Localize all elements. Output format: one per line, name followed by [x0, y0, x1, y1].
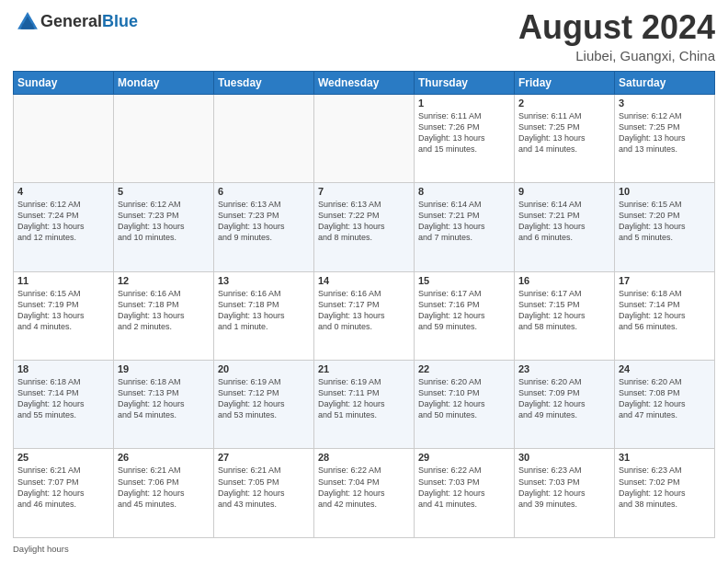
calendar-week-0: 1Sunrise: 6:11 AM Sunset: 7:26 PM Daylig… [14, 94, 715, 182]
day-info: Sunrise: 6:18 AM Sunset: 7:13 PM Dayligh… [118, 376, 210, 421]
weekday-header-thursday: Thursday [415, 71, 515, 94]
calendar-cell [114, 94, 214, 182]
logo-text: GeneralBlue [40, 13, 138, 31]
day-number: 5 [118, 186, 210, 197]
weekday-header-row: SundayMondayTuesdayWednesdayThursdayFrid… [14, 71, 715, 94]
day-info: Sunrise: 6:11 AM Sunset: 7:26 PM Dayligh… [418, 110, 510, 155]
day-info: Sunrise: 6:13 AM Sunset: 7:23 PM Dayligh… [218, 199, 310, 244]
title-area: August 2024 Liubei, Guangxi, China [518, 9, 715, 63]
day-number: 26 [118, 452, 210, 463]
calendar-cell: 15Sunrise: 6:17 AM Sunset: 7:16 PM Dayli… [415, 271, 515, 360]
day-number: 6 [218, 186, 310, 197]
calendar-cell: 21Sunrise: 6:19 AM Sunset: 7:11 PM Dayli… [314, 361, 415, 449]
day-info: Sunrise: 6:15 AM Sunset: 7:19 PM Dayligh… [17, 288, 109, 333]
day-info: Sunrise: 6:21 AM Sunset: 7:06 PM Dayligh… [118, 465, 210, 510]
day-number: 22 [418, 363, 510, 374]
day-info: Sunrise: 6:11 AM Sunset: 7:25 PM Dayligh… [518, 110, 610, 155]
day-info: Sunrise: 6:21 AM Sunset: 7:05 PM Dayligh… [218, 465, 310, 510]
day-number: 28 [318, 452, 410, 463]
calendar-cell: 25Sunrise: 6:21 AM Sunset: 7:07 PM Dayli… [14, 449, 114, 538]
logo-area: GeneralBlue [13, 9, 138, 35]
day-number: 14 [318, 275, 410, 286]
day-number: 8 [418, 186, 510, 197]
day-info: Sunrise: 6:12 AM Sunset: 7:23 PM Dayligh… [118, 199, 210, 244]
day-number: 9 [518, 186, 610, 197]
day-info: Sunrise: 6:12 AM Sunset: 7:24 PM Dayligh… [17, 199, 109, 244]
calendar-week-1: 4Sunrise: 6:12 AM Sunset: 7:24 PM Daylig… [14, 183, 715, 271]
day-number: 17 [619, 275, 711, 286]
calendar-cell: 29Sunrise: 6:22 AM Sunset: 7:03 PM Dayli… [415, 449, 515, 538]
calendar-cell: 31Sunrise: 6:23 AM Sunset: 7:02 PM Dayli… [615, 449, 715, 538]
day-info: Sunrise: 6:20 AM Sunset: 7:09 PM Dayligh… [518, 376, 610, 421]
day-number: 1 [418, 98, 510, 109]
calendar-cell: 18Sunrise: 6:18 AM Sunset: 7:14 PM Dayli… [14, 361, 114, 449]
day-info: Sunrise: 6:23 AM Sunset: 7:03 PM Dayligh… [518, 465, 610, 510]
day-info: Sunrise: 6:19 AM Sunset: 7:12 PM Dayligh… [218, 376, 310, 421]
calendar-cell: 23Sunrise: 6:20 AM Sunset: 7:09 PM Dayli… [515, 361, 615, 449]
calendar-cell: 9Sunrise: 6:14 AM Sunset: 7:21 PM Daylig… [515, 183, 615, 271]
page: GeneralBlue August 2024 Liubei, Guangxi,… [0, 0, 728, 563]
calendar-cell: 14Sunrise: 6:16 AM Sunset: 7:17 PM Dayli… [314, 271, 415, 360]
calendar-cell: 20Sunrise: 6:19 AM Sunset: 7:12 PM Dayli… [214, 361, 314, 449]
calendar-cell: 30Sunrise: 6:23 AM Sunset: 7:03 PM Dayli… [515, 449, 615, 538]
logo-blue: Blue [102, 12, 138, 30]
calendar-cell: 11Sunrise: 6:15 AM Sunset: 7:19 PM Dayli… [14, 271, 114, 360]
day-number: 20 [218, 363, 310, 374]
calendar-cell: 13Sunrise: 6:16 AM Sunset: 7:18 PM Dayli… [214, 271, 314, 360]
day-number: 11 [17, 275, 109, 286]
calendar-week-3: 18Sunrise: 6:18 AM Sunset: 7:14 PM Dayli… [14, 361, 715, 449]
day-info: Sunrise: 6:13 AM Sunset: 7:22 PM Dayligh… [318, 199, 410, 244]
day-info: Sunrise: 6:17 AM Sunset: 7:16 PM Dayligh… [418, 288, 510, 333]
header: GeneralBlue August 2024 Liubei, Guangxi,… [13, 9, 715, 63]
day-number: 24 [619, 363, 711, 374]
day-info: Sunrise: 6:18 AM Sunset: 7:14 PM Dayligh… [17, 376, 109, 421]
day-info: Sunrise: 6:22 AM Sunset: 7:04 PM Dayligh… [318, 465, 410, 510]
day-number: 23 [518, 363, 610, 374]
generalblue-logo-icon [15, 9, 40, 35]
day-number: 3 [619, 98, 711, 109]
day-info: Sunrise: 6:16 AM Sunset: 7:17 PM Dayligh… [318, 288, 410, 333]
svg-rect-2 [22, 24, 33, 29]
day-info: Sunrise: 6:20 AM Sunset: 7:10 PM Dayligh… [418, 376, 510, 421]
calendar-cell: 19Sunrise: 6:18 AM Sunset: 7:13 PM Dayli… [114, 361, 214, 449]
calendar-cell [214, 94, 314, 182]
day-number: 30 [518, 452, 610, 463]
day-info: Sunrise: 6:12 AM Sunset: 7:25 PM Dayligh… [619, 110, 711, 155]
calendar-cell: 8Sunrise: 6:14 AM Sunset: 7:21 PM Daylig… [415, 183, 515, 271]
calendar-cell: 2Sunrise: 6:11 AM Sunset: 7:25 PM Daylig… [515, 94, 615, 182]
calendar-cell [314, 94, 415, 182]
day-info: Sunrise: 6:22 AM Sunset: 7:03 PM Dayligh… [418, 465, 510, 510]
calendar-cell: 17Sunrise: 6:18 AM Sunset: 7:14 PM Dayli… [615, 271, 715, 360]
calendar-cell: 27Sunrise: 6:21 AM Sunset: 7:05 PM Dayli… [214, 449, 314, 538]
day-info: Sunrise: 6:15 AM Sunset: 7:20 PM Dayligh… [619, 199, 711, 244]
day-number: 4 [17, 186, 109, 197]
day-number: 31 [619, 452, 711, 463]
calendar-cell: 28Sunrise: 6:22 AM Sunset: 7:04 PM Dayli… [314, 449, 415, 538]
day-info: Sunrise: 6:18 AM Sunset: 7:14 PM Dayligh… [619, 288, 711, 333]
day-info: Sunrise: 6:14 AM Sunset: 7:21 PM Dayligh… [518, 199, 610, 244]
day-info: Sunrise: 6:20 AM Sunset: 7:08 PM Dayligh… [619, 376, 711, 421]
calendar-cell: 3Sunrise: 6:12 AM Sunset: 7:25 PM Daylig… [615, 94, 715, 182]
day-number: 21 [318, 363, 410, 374]
calendar-table: SundayMondayTuesdayWednesdayThursdayFrid… [13, 71, 715, 538]
day-info: Sunrise: 6:14 AM Sunset: 7:21 PM Dayligh… [418, 199, 510, 244]
calendar-cell: 10Sunrise: 6:15 AM Sunset: 7:20 PM Dayli… [615, 183, 715, 271]
day-info: Sunrise: 6:23 AM Sunset: 7:02 PM Dayligh… [619, 465, 711, 510]
footer: Daylight hours [13, 544, 715, 554]
calendar-cell: 26Sunrise: 6:21 AM Sunset: 7:06 PM Dayli… [114, 449, 214, 538]
calendar-cell: 12Sunrise: 6:16 AM Sunset: 7:18 PM Dayli… [114, 271, 214, 360]
weekday-header-saturday: Saturday [615, 71, 715, 94]
day-number: 25 [17, 452, 109, 463]
day-info: Sunrise: 6:21 AM Sunset: 7:07 PM Dayligh… [17, 465, 109, 510]
calendar-cell: 6Sunrise: 6:13 AM Sunset: 7:23 PM Daylig… [214, 183, 314, 271]
weekday-header-friday: Friday [515, 71, 615, 94]
weekday-header-monday: Monday [114, 71, 214, 94]
calendar-cell: 5Sunrise: 6:12 AM Sunset: 7:23 PM Daylig… [114, 183, 214, 271]
weekday-header-wednesday: Wednesday [314, 71, 415, 94]
calendar-cell [14, 94, 114, 182]
day-info: Sunrise: 6:16 AM Sunset: 7:18 PM Dayligh… [118, 288, 210, 333]
weekday-header-tuesday: Tuesday [214, 71, 314, 94]
calendar-cell: 16Sunrise: 6:17 AM Sunset: 7:15 PM Dayli… [515, 271, 615, 360]
day-number: 13 [218, 275, 310, 286]
location: Liubei, Guangxi, China [518, 48, 715, 63]
